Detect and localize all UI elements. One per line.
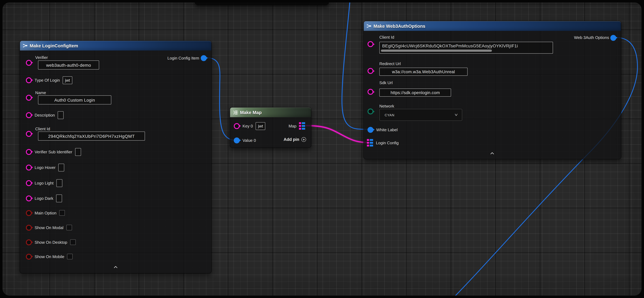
network-dropdown[interactable]: CYAN ˅	[379, 109, 462, 121]
node-make-web3authoptions: Make Web3AuthOptions Web 3Auth Options C…	[364, 21, 621, 159]
make-container-icon	[233, 110, 238, 114]
node-header-make-web3authoptions[interactable]: Make Web3AuthOptions	[364, 21, 621, 31]
pin-description[interactable]	[26, 112, 32, 118]
key0-field[interactable]: jwt	[256, 122, 266, 130]
pin-type-of-login[interactable]	[26, 77, 32, 83]
make-struct-icon	[366, 24, 371, 28]
show-on-desktop-checkbox[interactable]	[70, 240, 76, 245]
pin-sdk-url[interactable]	[368, 89, 374, 95]
node-header-make-map[interactable]: Make Map	[230, 108, 311, 117]
type-of-login-field[interactable]: jwt	[63, 76, 72, 84]
verifier-sub-identifier-field[interactable]	[75, 148, 81, 156]
output-pin-login-config-item[interactable]	[201, 55, 207, 61]
row-key0: Key 0 jwt	[234, 122, 266, 130]
pin-logo-dark[interactable]	[26, 195, 32, 201]
pin-label-type-of-login: Type Of Login	[34, 78, 60, 82]
pin-show-on-mobile[interactable]	[26, 254, 32, 260]
output-pin-label: Web 3Auth Options	[574, 35, 609, 40]
node-title: Make LoginConfigItem	[30, 43, 78, 48]
row-logo-light: Logo Light	[26, 178, 62, 187]
row-white-label: White Label	[368, 125, 398, 134]
pin-label-verifier-sub-identifier: Verifier Sub Identifier	[34, 150, 72, 154]
pin-network[interactable]	[368, 108, 374, 114]
row-login-config: Login Config	[367, 138, 399, 147]
offscreen-node-bottom-edge[interactable]	[195, 2, 329, 5]
pin-label-key0: Key 0	[242, 124, 253, 128]
pin-label-logo-hover: Logo Hover	[34, 165, 56, 170]
pin-login-config-map-icon[interactable]	[367, 139, 373, 146]
pin-show-on-modal[interactable]	[26, 224, 32, 230]
pin-name[interactable]	[26, 94, 32, 100]
row-logo-hover: Logo Hover	[26, 163, 64, 172]
pin-client-id[interactable]	[368, 41, 374, 47]
row-type-of-login: Type Of Login jwt	[26, 76, 72, 84]
node-title: Make Map	[240, 110, 262, 115]
row-value0: Value 0	[234, 136, 256, 145]
name-field[interactable]: Auth0 Custom Login	[38, 96, 111, 104]
network-dropdown-value: CYAN	[380, 113, 456, 117]
pin-label-sdk-url: Sdk Url	[379, 80, 392, 85]
collapse-chevron-icon[interactable]	[490, 152, 494, 154]
row-show-on-modal: Show On Modal	[26, 223, 72, 232]
row-description: Description	[26, 111, 64, 120]
node-make-map: Make Map Key 0 jwt Map Value 0 Add pin	[230, 107, 312, 148]
pin-value0[interactable]	[234, 137, 240, 143]
main-option-checkbox[interactable]	[59, 210, 65, 216]
pin-label-client-id: Client Id	[379, 35, 394, 40]
node-title: Make Web3AuthOptions	[374, 24, 425, 28]
row-logo-dark: Logo Dark	[26, 194, 62, 202]
output-pin-web3auth-options[interactable]	[610, 35, 616, 41]
pin-main-option[interactable]	[26, 210, 32, 216]
row-verifier-sub-identifier: Verifier Sub Identifier	[26, 148, 81, 156]
verifier-field[interactable]: web3auth-auth0-demo	[38, 60, 99, 70]
pin-label-white-label: White Label	[376, 127, 398, 132]
sdk-url-field[interactable]: https://sdk.openlogin.com	[379, 88, 451, 97]
pin-label-verifier: Verifier	[35, 55, 48, 60]
pin-label-login-config: Login Config	[376, 140, 399, 145]
output-pin-label-map: Map	[288, 124, 296, 128]
client-id-field[interactable]: 294QRkchfq2YaXUbPri7D6PH7xzHgQMT	[38, 132, 145, 140]
pin-label-logo-dark: Logo Dark	[34, 196, 53, 200]
pin-label-value0: Value 0	[242, 138, 256, 142]
pin-label-main-option: Main Option	[34, 210, 56, 215]
pin-key0[interactable]	[234, 123, 240, 129]
description-field[interactable]	[58, 111, 64, 119]
node-make-loginconfigitem: Make LoginConfigItem Login Config Item V…	[20, 40, 212, 273]
client-id-value: BEglQSgt4cUWcj6SKRdu5QkOXTsePmMcusG5EAoy…	[382, 43, 518, 48]
logo-dark-field[interactable]	[56, 194, 62, 202]
add-pin-plus-icon: +	[302, 137, 306, 142]
graph-canvas[interactable]: Make LoginConfigItem Login Config Item V…	[2, 2, 642, 296]
pin-label-name: Name	[35, 90, 46, 95]
add-pin-label: Add pin	[284, 137, 300, 142]
pin-verifier-sub-identifier[interactable]	[26, 149, 32, 155]
client-id-scrollbar[interactable]	[381, 50, 492, 52]
logo-light-field[interactable]	[56, 179, 62, 187]
row-main-option: Main Option	[26, 208, 65, 217]
chevron-down-icon: ˅	[455, 112, 463, 117]
pin-label-show-on-desktop: Show On Desktop	[34, 240, 67, 244]
pin-verifier[interactable]	[26, 60, 32, 66]
blueprint-editor: Make LoginConfigItem Login Config Item V…	[0, 0, 644, 298]
pin-label-redirect-url: Redirect Url	[379, 62, 401, 66]
pin-redirect-url[interactable]	[368, 68, 374, 74]
pin-show-on-desktop[interactable]	[26, 239, 32, 245]
pin-client-id[interactable]	[26, 131, 32, 137]
client-id-field[interactable]: BEglQSgt4cUWcj6SKRdu5QkOXTsePmMcusG5EAoy…	[379, 42, 553, 54]
pin-label-show-on-mobile: Show On Mobile	[34, 254, 64, 259]
add-pin-button[interactable]: Add pin +	[284, 137, 306, 142]
pin-label-show-on-modal: Show On Modal	[34, 225, 64, 230]
make-struct-icon	[23, 43, 28, 48]
row-show-on-mobile: Show On Mobile	[26, 252, 73, 261]
pin-logo-hover[interactable]	[26, 164, 32, 170]
show-on-modal-checkbox[interactable]	[66, 225, 72, 230]
logo-hover-field[interactable]	[58, 164, 64, 171]
pin-white-label[interactable]	[368, 127, 374, 133]
row-show-on-desktop: Show On Desktop	[26, 238, 76, 246]
pin-logo-light[interactable]	[26, 180, 32, 186]
collapse-chevron-icon[interactable]	[114, 266, 118, 268]
show-on-mobile-checkbox[interactable]	[67, 254, 73, 259]
redirect-url-field[interactable]: w3a://com.w3a.Web3AuthUnreal	[379, 68, 468, 76]
pin-label-description: Description	[34, 113, 55, 117]
node-header-make-loginconfigitem[interactable]: Make LoginConfigItem	[20, 41, 211, 50]
pin-label-network: Network	[379, 104, 394, 108]
